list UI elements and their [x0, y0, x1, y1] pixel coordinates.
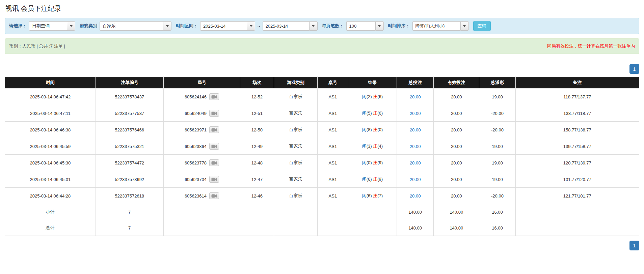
date-to-combo — [263, 21, 318, 31]
payout-cell: 19.00 — [479, 138, 515, 155]
date-from-input[interactable] — [200, 21, 247, 31]
game-type-input[interactable] — [100, 21, 163, 31]
result-player-score: (2) — [367, 94, 372, 99]
round-id-cell: 605623864 — [163, 138, 240, 155]
video-replay-button[interactable] — [209, 110, 219, 117]
valid-bet-cell: 20.00 — [434, 155, 479, 171]
remark-cell: 158.77/138.77 — [515, 122, 639, 138]
page-size-dropdown-button[interactable] — [375, 21, 384, 31]
table-row: 2025-03-14 06:44:28 522337572618 6056236… — [5, 188, 639, 204]
result-player-score: (8) — [367, 127, 372, 132]
session-cell: 12-52 — [240, 89, 274, 105]
subtotal-row: 小计 7 140.00 140.00 16.00 — [5, 204, 639, 220]
time-cell: 2025-03-14 06:45:59 — [5, 138, 96, 155]
grand-total-payout: 16.00 — [479, 220, 515, 236]
query-type-dropdown-button[interactable] — [67, 21, 75, 31]
result-player-label: 闲 — [362, 177, 367, 182]
round-id-cell: 605624049 — [163, 105, 240, 122]
game-type-cell: 百家乐 — [274, 171, 318, 188]
game-type-cell: 百家乐 — [274, 188, 318, 204]
total-bet-link[interactable]: 20.00 — [410, 193, 421, 199]
table-row: 2025-03-14 06:47:42 522337578437 6056241… — [5, 89, 639, 105]
date-from-dropdown-button[interactable] — [247, 21, 255, 31]
result-banker-label: 庄 — [373, 144, 377, 149]
total-bet-link[interactable]: 20.00 — [410, 177, 421, 182]
total-bet-link[interactable]: 20.00 — [410, 94, 421, 99]
video-replay-button[interactable] — [209, 93, 219, 100]
session-cell: 12-51 — [240, 105, 274, 122]
round-id: 605623971 — [185, 127, 207, 132]
table-no-cell: AS1 — [318, 138, 348, 155]
video-replay-button[interactable] — [209, 143, 219, 150]
video-replay-button[interactable] — [209, 176, 219, 183]
result-banker-label: 庄 — [373, 193, 377, 198]
table-no-cell: AS1 — [318, 155, 348, 171]
total-bet-cell: 20.00 — [397, 188, 434, 204]
date-to-input[interactable] — [263, 21, 309, 31]
result-banker-score: (0) — [377, 127, 383, 132]
video-camera-icon — [211, 144, 217, 149]
bet-id-cell: 522337576466 — [96, 122, 163, 138]
result-player-label: 闲 — [362, 144, 367, 149]
game-type-cell: 百家乐 — [274, 138, 318, 155]
time-cell: 2025-03-14 06:44:28 — [5, 188, 96, 204]
valid-bet-cell: 20.00 — [434, 138, 479, 155]
total-bet-cell: 20.00 — [397, 89, 434, 105]
valid-bet-notice: 同局有效投注，统一计算在该局第一张注单内 — [547, 43, 635, 49]
round-id-cell: 605624146 — [163, 89, 240, 105]
sort-order-dropdown-button[interactable] — [460, 21, 469, 31]
video-replay-button[interactable] — [209, 159, 219, 166]
total-bet-cell: 20.00 — [397, 155, 434, 171]
total-bet-link[interactable]: 20.00 — [410, 127, 421, 132]
chevron-down-icon — [463, 25, 466, 27]
result-player-score: (6) — [367, 193, 372, 198]
round-id-cell: 605623614 — [163, 188, 240, 204]
page-size-input[interactable] — [346, 21, 375, 31]
header-session: 场次 — [240, 77, 274, 89]
result-banker-label: 庄 — [373, 111, 377, 116]
date-to-dropdown-button[interactable] — [309, 21, 318, 31]
valid-bet-cell: 20.00 — [434, 171, 479, 188]
time-cell: 2025-03-14 06:45:01 — [5, 171, 96, 188]
result-player-score: (5) — [367, 111, 372, 116]
bet-records-table: 时间 注单编号 局号 场次 游戏类别 桌号 结果 总投注 有效投注 总派彩 备注… — [5, 77, 639, 236]
total-bet-cell: 20.00 — [397, 138, 434, 155]
round-id: 605624146 — [185, 94, 207, 99]
payout-cell: -20.00 — [479, 105, 515, 122]
table-body: 2025-03-14 06:47:42 522337578437 6056241… — [5, 89, 639, 204]
total-bet-link[interactable]: 20.00 — [410, 111, 421, 116]
video-camera-icon — [211, 111, 217, 116]
time-cell: 2025-03-14 06:45:30 — [5, 155, 96, 171]
query-type-input[interactable] — [29, 21, 67, 31]
result-cell: 闲(3) 庄(4) — [348, 138, 397, 155]
header-result: 结果 — [348, 77, 397, 89]
grand-total-valid-bet: 140.00 — [434, 220, 479, 236]
result-cell: 闲(6) 庄(9) — [348, 171, 397, 188]
video-replay-button[interactable] — [209, 126, 219, 133]
remark-cell: 139.77/158.77 — [515, 138, 639, 155]
session-cell: 12-47 — [240, 171, 274, 188]
subtotal-label: 小计 — [5, 204, 96, 220]
valid-bet-cell: 20.00 — [434, 89, 479, 105]
video-replay-button[interactable] — [209, 192, 219, 199]
result-player-score: (6) — [367, 177, 372, 182]
page-number-button[interactable]: 1 — [629, 64, 639, 74]
result-banker-score: (9) — [377, 177, 383, 182]
video-camera-icon — [211, 177, 217, 182]
round-id: 605623614 — [185, 193, 207, 199]
table-row: 2025-03-14 06:46:38 522337576466 6056239… — [5, 122, 639, 138]
result-banker-score: (6) — [377, 111, 383, 116]
query-type-combo — [29, 21, 75, 31]
remark-cell: 121.77/101.77 — [515, 188, 639, 204]
total-bet-link[interactable]: 20.00 — [410, 144, 421, 149]
round-id: 605623864 — [185, 144, 207, 149]
table-no-cell: AS1 — [318, 122, 348, 138]
chevron-down-icon — [378, 25, 381, 27]
bet-id-cell: 522337572618 — [96, 188, 163, 204]
result-cell: 闲(6) 庄(7) — [348, 188, 397, 204]
game-type-dropdown-button[interactable] — [163, 21, 171, 31]
page-number-button[interactable]: 1 — [629, 241, 639, 250]
search-button[interactable]: 查询 — [473, 21, 491, 31]
total-bet-link[interactable]: 20.00 — [410, 160, 421, 165]
sort-order-input[interactable] — [412, 21, 460, 31]
